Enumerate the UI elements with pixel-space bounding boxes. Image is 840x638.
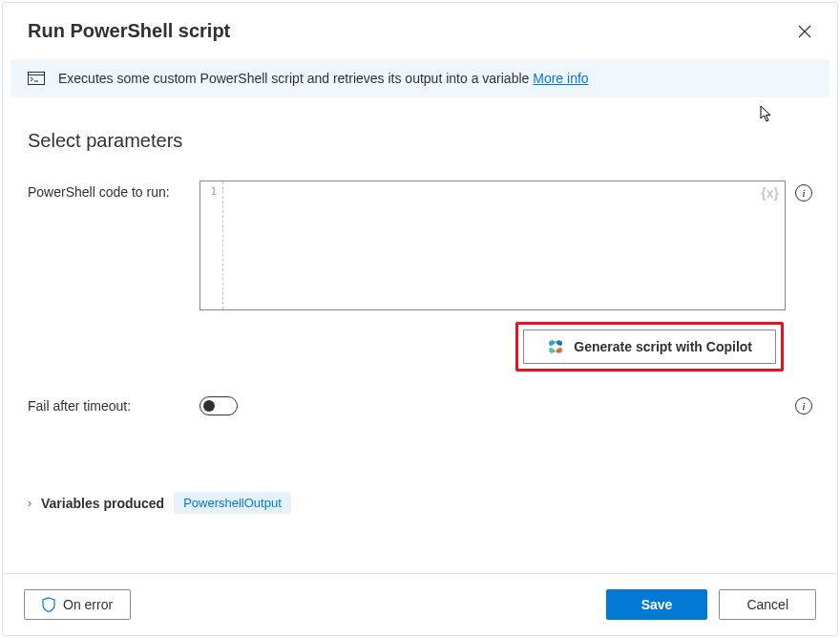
code-textarea[interactable]: [223, 181, 785, 309]
fail-timeout-label: Fail after timeout:: [28, 398, 190, 414]
toggle-knob: [203, 400, 215, 412]
shield-icon: [42, 597, 55, 612]
script-icon: [28, 72, 45, 85]
cursor-icon: [760, 105, 773, 126]
fail-timeout-toggle[interactable]: [200, 396, 238, 415]
dialog-footer: On error Save Cancel: [3, 573, 837, 635]
banner-text: Executes some custom PowerShell script a…: [58, 71, 589, 86]
variable-chip[interactable]: PowershellOutput: [174, 492, 291, 514]
info-banner: Executes some custom PowerShell script a…: [10, 59, 830, 97]
dialog-container: Run PowerShell script Executes some cust…: [2, 2, 838, 636]
copilot-wrap: Generate script with Copilot: [200, 322, 784, 372]
close-icon: [798, 25, 811, 38]
info-icon[interactable]: i: [795, 397, 812, 415]
dialog-title: Run PowerShell script: [28, 20, 230, 42]
code-editor[interactable]: 1 {x}: [200, 181, 786, 310]
copilot-highlight: Generate script with Copilot: [515, 322, 784, 372]
variable-insert-icon[interactable]: {x}: [761, 185, 779, 201]
info-icon[interactable]: i: [795, 184, 812, 202]
line-number: 1: [200, 185, 217, 198]
on-error-label: On error: [63, 597, 113, 612]
fail-timeout-row: Fail after timeout: i: [28, 396, 812, 415]
close-button[interactable]: [797, 24, 812, 39]
code-row: PowerShell code to run: 1 {x} i: [28, 181, 812, 310]
copilot-icon: [547, 338, 564, 355]
save-button[interactable]: Save: [606, 589, 708, 620]
generate-copilot-button[interactable]: Generate script with Copilot: [523, 330, 776, 364]
svg-rect-0: [29, 73, 45, 85]
copilot-button-label: Generate script with Copilot: [574, 339, 752, 354]
on-error-button[interactable]: On error: [24, 589, 131, 620]
variables-label: Variables produced: [41, 496, 164, 511]
chevron-right-icon[interactable]: ›: [28, 497, 32, 510]
code-label: PowerShell code to run:: [28, 181, 190, 200]
content-area: Select parameters PowerShell code to run…: [3, 97, 837, 573]
cancel-button[interactable]: Cancel: [719, 589, 816, 620]
more-info-link[interactable]: More info: [533, 71, 588, 86]
dialog-header: Run PowerShell script: [3, 3, 837, 55]
editor-gutter: 1: [200, 181, 223, 309]
variables-row: › Variables produced PowershellOutput: [28, 492, 812, 514]
section-title: Select parameters: [28, 130, 812, 152]
